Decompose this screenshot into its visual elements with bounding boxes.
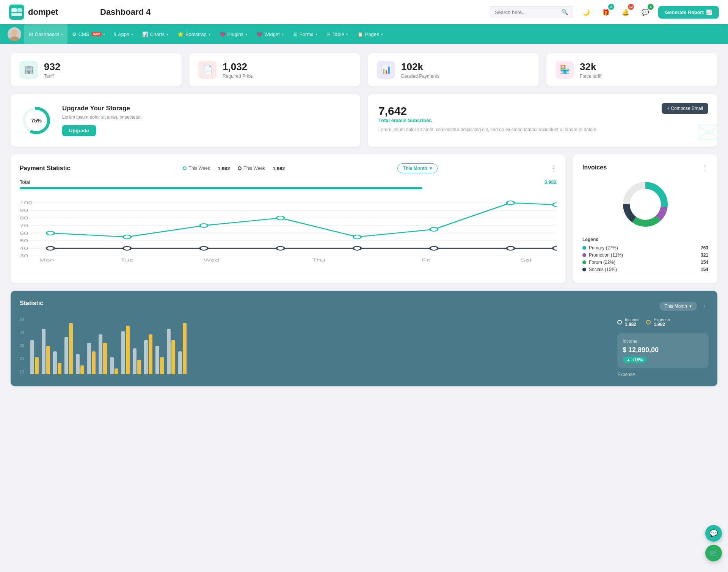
chevron-down-icon-cms: ▾ (103, 32, 105, 36)
nav-item-table[interactable]: ⊟ Table ▾ (322, 24, 353, 44)
stat-card-tariff: 🏢 932 Tariff (11, 53, 182, 86)
message-button[interactable]: 💬 5 (639, 5, 652, 19)
dot-primary (582, 246, 586, 250)
legend-label-2: This Week (244, 166, 265, 171)
bar-group-4 (76, 354, 84, 374)
svg-text:40: 40 (20, 246, 28, 251)
header: dompet Dashboard 4 🔍 🌙 🎁 2 🔔 12 💬 5 Gene… (0, 0, 728, 24)
invoices-card: Invoices ⋮ Legend (573, 154, 717, 283)
statistic-more-button[interactable]: ⋮ (701, 302, 708, 310)
svg-text:30: 30 (20, 254, 28, 258)
nav-label-bootstrap: Bootstrap (185, 31, 207, 37)
statistic-filter-button[interactable]: This Month ▾ (659, 302, 697, 311)
legend-left-primary: Primary (27%) (582, 245, 618, 251)
force-tariff-icon: 🏪 (555, 61, 574, 79)
svg-text:60: 60 (20, 231, 28, 235)
income-item: Income 1.982 (617, 317, 639, 327)
charts-row: Payment Statistic This Week 1.982 This W… (11, 154, 717, 283)
bar-yellow-10 (149, 334, 152, 374)
label-forum: Forum (22%) (589, 260, 615, 265)
legend-left-forum: Forum (22%) (582, 260, 615, 265)
total-progress-bar (20, 187, 422, 189)
nav-item-widget[interactable]: 💗 Widget ▾ (252, 24, 288, 44)
notification-button[interactable]: 🔔 12 (619, 5, 632, 19)
payment-filter-button[interactable]: This Month ▾ (397, 163, 438, 173)
invoices-more-button[interactable]: ⋮ (701, 163, 708, 172)
nav-item-plugins[interactable]: 💗 Plugins ▾ (215, 24, 252, 44)
middle-row: 75% Upgrade Your Storage Lorem ipsum dol… (11, 94, 717, 147)
payment-header: Payment Statistic This Week 1.982 This W… (20, 163, 557, 173)
generate-report-button[interactable]: Generate Report 📈 (658, 6, 719, 19)
dark-mode-button[interactable]: 🌙 (579, 5, 593, 19)
table-icon: ⊟ (326, 31, 331, 37)
bar-group-10 (144, 334, 152, 374)
payment-line-chart: 100 90 80 70 60 50 40 30 (20, 195, 557, 263)
statistic-title: Statistic (20, 300, 43, 307)
chevron-down-icon-charts: ▾ (166, 32, 168, 36)
svg-point-26 (123, 235, 131, 239)
upgrade-button[interactable]: Upgrade (62, 125, 96, 136)
bar-white-4 (76, 354, 80, 374)
legend-item-1: This Week (183, 166, 210, 171)
chevron-down-icon: ▾ (61, 32, 63, 36)
bar-yellow-6 (103, 343, 107, 374)
value-forum: 154 (701, 260, 708, 265)
nav-label-dashboard: Dashboard (35, 31, 59, 37)
svg-text:Sat: Sat (520, 258, 532, 262)
nav-label-apps: Apps (118, 31, 129, 37)
page-title: Dashboard 4 (100, 7, 490, 17)
nav-label-charts: Charts (150, 31, 165, 37)
compose-email-button[interactable]: + Compose Email (662, 103, 708, 114)
search-icon: 🔍 (561, 9, 568, 16)
bar-yellow-11 (160, 357, 164, 374)
required-price-value: 1,032 (223, 61, 253, 73)
upgrade-description: Lorem ipsum dolor sit amet, onsectetur. (62, 114, 142, 120)
expense-box: Expense (617, 372, 708, 377)
legend-row-primary: Primary (27%) 763 (582, 245, 708, 251)
bar-yellow-2 (58, 363, 61, 374)
label-socials: Socials (15%) (589, 267, 617, 272)
nav-item-bootstrap[interactable]: ⭐ Bootstrap ▾ (173, 24, 215, 44)
payment-more-button[interactable]: ⋮ (550, 164, 557, 172)
y-label-20: 20 (20, 357, 24, 361)
nav-item-apps[interactable]: ℹ Apps ▾ (110, 24, 138, 44)
svg-text:Mon: Mon (39, 258, 54, 262)
stat-card-info-2: 1,032 Required Price (223, 61, 253, 79)
legend-left-promotion: Promotion (11%) (582, 252, 623, 258)
generate-report-label: Generate Report (665, 9, 704, 15)
total-value: 3.982 (544, 179, 557, 185)
svg-point-37 (353, 246, 361, 250)
nav-item-dashboard[interactable]: ⊞ Dashboard ▾ (24, 24, 67, 44)
search-input[interactable] (495, 9, 558, 15)
income-badge-text: +15% (632, 357, 643, 362)
value-socials: 154 (701, 267, 708, 272)
stat-card-info: 932 Tariff (44, 61, 60, 79)
nav-item-charts[interactable]: 📊 Charts ▾ (138, 24, 173, 44)
donut-container (582, 178, 708, 231)
svg-rect-1 (11, 8, 17, 12)
svg-point-4 (11, 30, 17, 36)
nav-item-forms[interactable]: 🖨 Forms ▾ (288, 24, 322, 44)
nav-item-cms[interactable]: ⚙ CMS New ▾ (67, 24, 110, 44)
bar-chart-area: 50 40 30 20 10 (20, 317, 610, 374)
chevron-down-icon-forms: ▾ (315, 32, 317, 36)
search-box: 🔍 (490, 6, 573, 18)
upgrade-card: 75% Upgrade Your Storage Lorem ipsum dol… (11, 94, 360, 147)
nav-item-pages[interactable]: 📋 Pages ▾ (353, 24, 388, 44)
gift-button[interactable]: 🎁 2 (599, 5, 613, 19)
invoices-header: Invoices ⋮ (582, 163, 708, 172)
chart-icon: 📈 (706, 9, 712, 15)
chevron-down-icon-table: ▾ (346, 32, 348, 36)
gift-badge: 2 (608, 4, 614, 10)
cms-new-badge: New (91, 32, 102, 36)
income-label: Income (625, 317, 639, 322)
filter-chevron-icon: ▾ (430, 166, 432, 171)
widget-icon: 💗 (256, 31, 262, 37)
plugins-icon: 💗 (220, 31, 226, 37)
bar-yellow-0 (35, 357, 39, 374)
detailed-payments-label: Detalled Payments (401, 74, 439, 79)
svg-point-36 (277, 246, 284, 250)
stat-card-info-4: 32k Force tariff (580, 61, 601, 79)
nav-label-cms: CMS (78, 31, 89, 37)
svg-text:80: 80 (20, 216, 28, 220)
